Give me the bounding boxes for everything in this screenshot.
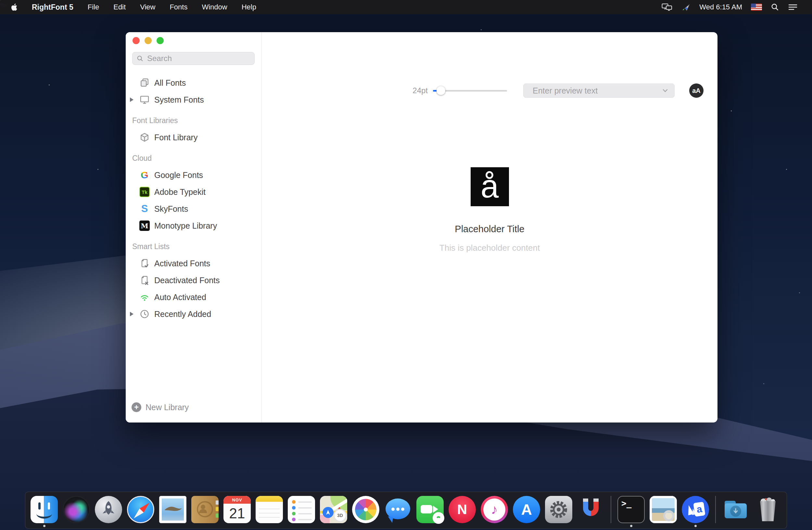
mail-stamp-icon [159,496,186,523]
dock-item-preview[interactable] [650,496,677,527]
dock-item-music[interactable]: ♪ [481,496,508,527]
dock-item-contacts[interactable] [191,496,219,527]
dock-item-finder[interactable] [30,496,58,527]
sidebar-item-adobe-typekit[interactable]: Tk Adobe Typekit [126,183,261,201]
dock-item-mail[interactable] [159,496,186,527]
app-store-icon: A [513,496,540,523]
sidebar-item-activated-fonts[interactable]: Activated Fonts [126,255,261,272]
calendar-day: 21 [223,504,251,523]
dock-item-siri[interactable] [63,496,90,527]
empty-state: å Placeholder Title This is placeholder … [262,167,717,253]
dock-item-calendar[interactable]: NOV 21 [223,496,251,527]
sidebar-item-google-fonts[interactable]: G Google Fonts [126,166,261,183]
dock-item-downloads[interactable] [722,496,749,527]
display-mirroring-icon[interactable] [662,3,673,11]
pointer-app-icon[interactable] [681,3,691,12]
wifi-icon [139,291,150,303]
spotlight-search-icon[interactable] [771,3,779,11]
disclosure-triangle-icon[interactable] [130,98,133,102]
dock-item-messages[interactable] [384,496,411,527]
skyfonts-logo-icon: S [139,203,150,215]
new-library-button[interactable]: + New Library [132,402,189,412]
menu-fonts[interactable]: Fonts [170,3,187,11]
apple-menu-icon[interactable] [11,3,17,11]
finder-icon [30,496,58,523]
sidebar-item-auto-activated[interactable]: Auto Activated [126,289,261,306]
phone-badge-icon [433,512,444,524]
search-icon [136,55,144,62]
dock-item-magnet[interactable] [577,496,605,527]
search-input[interactable] [146,54,250,63]
section-header-cloud: Cloud [126,150,261,166]
dock-separator [715,496,716,523]
dock-item-terminal[interactable]: >_ [618,496,645,527]
gear-icon [545,496,572,523]
document-check-icon [139,257,150,269]
dock-item-notes[interactable] [256,496,283,527]
font-size-slider[interactable] [433,90,507,92]
search-field[interactable] [132,52,255,65]
menu-window[interactable]: Window [202,3,227,11]
terminal-icon: >_ [618,496,645,523]
downloads-folder-icon [722,496,749,523]
preview-pane: 24pt Enter preview text aA å Placeholder… [262,32,717,423]
menubar-app-name[interactable]: RightFont 5 [32,3,73,12]
zoom-button[interactable] [157,37,164,44]
music-note-icon: ♪ [481,496,508,523]
menu-view[interactable]: View [140,3,155,11]
notification-list-icon[interactable] [788,3,798,11]
launchpad-rocket-icon [95,496,122,523]
notes-icon [256,496,283,523]
maps-3d-dial: 3D [334,509,347,522]
slider-knob[interactable] [436,86,445,95]
preview-text-dropdown[interactable]: Enter preview text [523,84,675,98]
siri-icon [63,496,90,523]
placeholder-subtitle: This is placeholder content [439,243,540,253]
section-header-smart-lists: Smart Lists [126,238,261,255]
dock-item-maps[interactable]: 3D [320,496,347,527]
close-button[interactable] [132,37,140,44]
calendar-icon: NOV 21 [223,496,251,523]
window-controls [132,37,164,44]
display-mode-button[interactable]: aA [689,84,704,98]
dock-item-app-store[interactable]: A [513,496,540,527]
dock-separator [611,496,611,523]
menubar-clock[interactable]: Wed 6:15 AM [699,3,742,11]
dock-item-launchpad[interactable] [95,496,122,527]
glyph-thumbnail: å [470,167,509,206]
dock-item-rightfont[interactable]: a [682,496,709,527]
menu-edit[interactable]: Edit [113,3,126,11]
dock-item-safari[interactable] [127,496,154,527]
safari-compass-icon [127,496,154,523]
sidebar-item-monotype-library[interactable]: M Monotype Library [126,217,261,234]
sidebar-item-all-fonts[interactable]: All Fonts [126,74,261,91]
menu-help[interactable]: Help [242,3,256,11]
us-flag-icon[interactable] [751,3,762,11]
clock-icon [139,308,150,320]
preview-loupe-icon [650,496,677,523]
minimize-button[interactable] [145,37,152,44]
calendar-month: NOV [223,496,251,504]
sidebar-item-font-library[interactable]: Font Library [126,129,261,146]
messages-bubble-icon [384,496,411,523]
rightfont-app-icon: a [682,496,709,523]
dock-item-trash[interactable] [754,496,782,527]
plus-icon: + [132,402,141,412]
dock-item-system-preferences[interactable] [545,496,572,527]
disclosure-triangle-icon[interactable] [130,312,133,316]
menu-file[interactable]: File [88,3,99,11]
google-logo-icon: G [139,169,150,181]
sidebar-item-system-fonts[interactable]: System Fonts [126,91,261,108]
typekit-logo-icon: Tk [139,186,150,198]
sidebar-item-deactivated-fonts[interactable]: Deactivated Fonts [126,272,261,289]
dock-item-photos[interactable] [352,496,379,527]
dock-item-news[interactable]: N [449,496,476,527]
dock-item-facetime[interactable] [416,496,444,527]
sidebar-item-recently-added[interactable]: Recently Added [126,306,261,323]
dock-item-reminders[interactable] [288,496,315,527]
reminders-icon [288,496,315,523]
document-x-icon [139,275,150,286]
trash-icon [754,496,782,523]
sidebar-item-skyfonts[interactable]: S SkyFonts [126,201,261,217]
contacts-book-icon [191,496,219,523]
